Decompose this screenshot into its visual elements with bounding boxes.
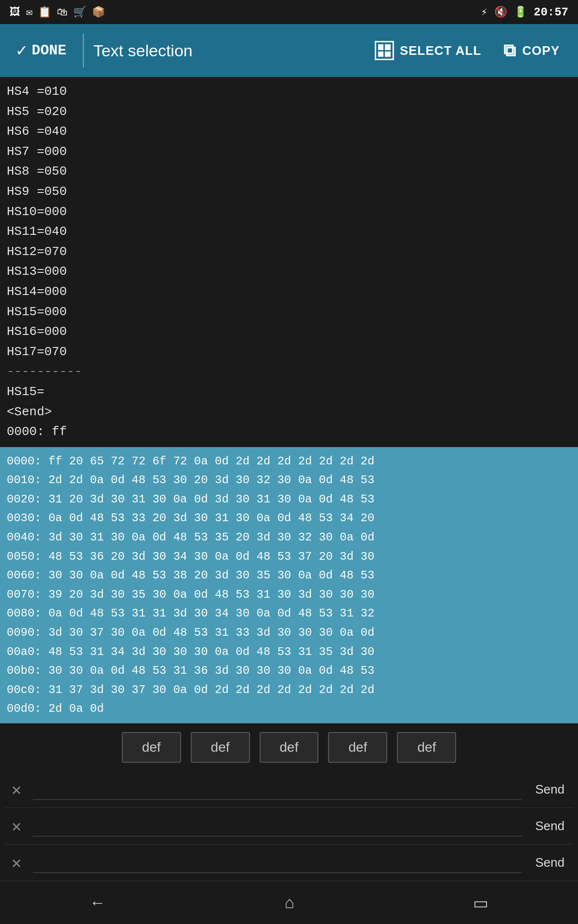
select-all-label: SELECT ALL bbox=[400, 43, 481, 58]
status-icons-right: ⚡ 🔇 🔋 20:57 bbox=[481, 6, 568, 19]
recent-button[interactable]: ▭ bbox=[459, 888, 503, 917]
text-line: HS15=000 bbox=[7, 302, 571, 322]
hex-line: 0000: ff 20 65 72 72 6f 72 0a 0d 2d 2d 2… bbox=[7, 452, 571, 471]
shop-icon-2: 🛒 bbox=[73, 6, 86, 19]
battery-icon: 🔋 bbox=[514, 6, 527, 19]
copy-button[interactable]: ⧉ COPY bbox=[495, 36, 568, 65]
input-row-1: ✕ Send bbox=[5, 771, 573, 808]
text-line: HS5 =020 bbox=[7, 102, 571, 122]
mute-icon: 🔇 bbox=[494, 6, 507, 19]
clear-icon-3[interactable]: ✕ bbox=[5, 853, 28, 873]
input-field-3[interactable] bbox=[33, 852, 522, 873]
input-field-1[interactable] bbox=[33, 779, 522, 800]
hex-line: 00d0: 2d 0a 0d bbox=[7, 699, 571, 719]
hex-line: 00a0: 48 53 31 34 3d 30 30 30 0a 0d 48 5… bbox=[7, 642, 571, 662]
def-button-1[interactable]: def bbox=[122, 732, 181, 763]
checkmark-icon: ✓ bbox=[16, 40, 27, 61]
copy-label: COPY bbox=[522, 43, 560, 58]
text-line: HS10=000 bbox=[7, 202, 571, 222]
send-button-1[interactable]: Send bbox=[526, 778, 573, 801]
text-line: HS6 =040 bbox=[7, 122, 571, 142]
clear-icon-1[interactable]: ✕ bbox=[5, 780, 28, 800]
select-all-icon bbox=[375, 41, 394, 60]
bottom-nav: ← ⌂ ▭ bbox=[0, 881, 578, 924]
text-line: HS8 =050 bbox=[7, 162, 571, 182]
status-bar: 🖼 ✉ 📋 🛍 🛒 📦 ⚡ 🔇 🔋 20:57 bbox=[0, 0, 578, 24]
text-line: HS11=040 bbox=[7, 222, 571, 242]
back-button[interactable]: ← bbox=[75, 888, 120, 917]
text-line: HS7 =000 bbox=[7, 142, 571, 162]
hex-line: 0070: 39 20 3d 30 35 30 0a 0d 48 53 31 3… bbox=[7, 585, 571, 604]
hex-line: 00b0: 30 30 0a 0d 48 53 31 36 3d 30 30 3… bbox=[7, 661, 571, 680]
hex-selected-area: 0000: ff 20 65 72 72 6f 72 0a 0d 2d 2d 2… bbox=[0, 447, 578, 723]
clear-icon-2[interactable]: ✕ bbox=[5, 816, 28, 836]
hex-line: 0050: 48 53 36 20 3d 30 34 30 0a 0d 48 5… bbox=[7, 547, 571, 566]
text-line: HS13=000 bbox=[7, 262, 571, 282]
text-line: HS4 =010 bbox=[7, 82, 571, 102]
email-icon: ✉ bbox=[26, 6, 32, 19]
text-line: HS9 =050 bbox=[7, 182, 571, 202]
done-button[interactable]: ✓ DONE bbox=[10, 35, 73, 66]
text-line: HS16=000 bbox=[7, 322, 571, 342]
text-line: HS14=000 bbox=[7, 282, 571, 302]
top-divider bbox=[83, 34, 84, 67]
hex-line: 0080: 0a 0d 48 53 31 31 3d 30 34 30 0a 0… bbox=[7, 604, 571, 623]
page-title: Text selection bbox=[93, 41, 361, 60]
def-button-3[interactable]: def bbox=[260, 732, 319, 763]
text-line: <Send> bbox=[7, 402, 571, 423]
send-button-3[interactable]: Send bbox=[526, 851, 573, 874]
hex-line: 0020: 31 20 3d 30 31 30 0a 0d 3d 30 31 3… bbox=[7, 490, 571, 509]
status-icons-left: 🖼 ✉ 📋 🛍 🛒 📦 bbox=[10, 6, 105, 19]
select-all-button[interactable]: SELECT ALL bbox=[366, 36, 490, 65]
hex-line: 0010: 2d 2d 0a 0d 48 53 30 20 3d 30 32 3… bbox=[7, 471, 571, 490]
def-button-4[interactable]: def bbox=[328, 732, 387, 763]
hex-line: 00c0: 31 37 3d 30 37 30 0a 0d 2d 2d 2d 2… bbox=[7, 680, 571, 700]
text-line: HS12=070 bbox=[7, 242, 571, 262]
hex-line: 0030: 0a 0d 48 53 33 20 3d 30 31 30 0a 0… bbox=[7, 509, 571, 528]
text-line: ---------- bbox=[7, 362, 571, 382]
text-line: 0000: ff bbox=[7, 422, 571, 442]
hex-line: 0060: 30 30 0a 0d 48 53 38 20 3d 30 35 3… bbox=[7, 566, 571, 585]
time-display: 20:57 bbox=[534, 6, 568, 19]
input-rows: ✕ Send ✕ Send ✕ Send ✕ Send HEX ✕ Send bbox=[0, 771, 578, 881]
def-button-5[interactable]: def bbox=[397, 732, 456, 763]
send-button-2[interactable]: Send bbox=[526, 815, 573, 837]
main-content: HS4 =010HS5 =020HS6 =040HS7 =000HS8 =050… bbox=[0, 77, 578, 881]
def-buttons-row: defdefdefdefdef bbox=[0, 723, 578, 771]
bluetooth-icon: ⚡ bbox=[481, 6, 487, 19]
hex-line: 0090: 3d 30 37 30 0a 0d 48 53 31 33 3d 3… bbox=[7, 623, 571, 642]
input-row-2: ✕ Send bbox=[5, 808, 573, 845]
done-label: DONE bbox=[32, 42, 66, 59]
def-button-2[interactable]: def bbox=[191, 732, 250, 763]
input-field-2[interactable] bbox=[33, 816, 522, 836]
clipboard-icon: 📋 bbox=[38, 6, 51, 19]
home-button[interactable]: ⌂ bbox=[270, 888, 309, 917]
shop-icon-1: 🛍 bbox=[57, 6, 67, 19]
top-bar: ✓ DONE Text selection SELECT ALL ⧉ COPY bbox=[0, 24, 578, 77]
text-line: HS15= bbox=[7, 382, 571, 402]
photo-icon: 🖼 bbox=[10, 6, 20, 19]
input-row-3: ✕ Send bbox=[5, 845, 573, 881]
box-icon: 📦 bbox=[92, 6, 105, 19]
hex-line: 0040: 3d 30 31 30 0a 0d 48 53 35 20 3d 3… bbox=[7, 528, 571, 547]
text-line: HS17=070 bbox=[7, 342, 571, 362]
text-area: HS4 =010HS5 =020HS6 =040HS7 =000HS8 =050… bbox=[0, 77, 578, 447]
copy-icon: ⧉ bbox=[503, 40, 516, 61]
